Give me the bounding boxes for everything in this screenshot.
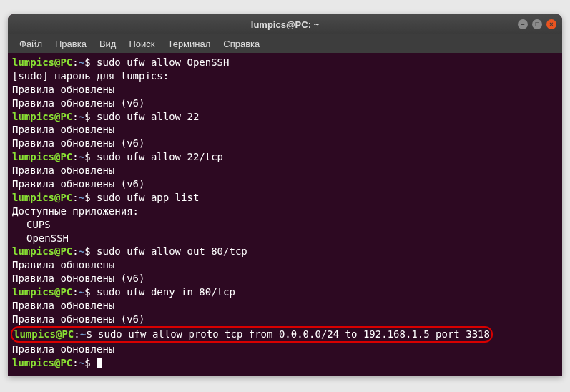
output-line: OpenSSH xyxy=(12,232,558,245)
prompt-user-host: lumpics@PC xyxy=(12,192,72,203)
prompt-path: ~ xyxy=(79,111,84,122)
output-line: Правила обновлены xyxy=(12,299,558,313)
prompt-line: lumpics@PC:~$ sudo ufw deny in 80/tcp xyxy=(12,285,558,299)
prompt-user-host: lumpics@PC xyxy=(12,111,72,122)
prompt-path: ~ xyxy=(79,151,84,162)
prompt-user-host: lumpics@PC xyxy=(12,151,72,162)
prompt-sigil: $ xyxy=(84,192,90,203)
highlight-box: lumpics@PC:~$ sudo ufw allow proto tcp f… xyxy=(11,326,493,343)
prompt-user-host: lumpics@PC xyxy=(12,245,72,257)
prompt-colon: : xyxy=(72,111,78,122)
minimize-button[interactable]: – xyxy=(518,19,528,29)
prompt-line: lumpics@PC:~$ sudo ufw allow OpenSSH xyxy=(12,56,558,69)
prompt-user-host: lumpics@PC xyxy=(14,328,74,340)
terminal-window: lumpics@PC: ~ – □ × Файл Правка Вид Поис… xyxy=(8,14,562,376)
prompt-sigil: $ xyxy=(86,328,92,340)
menu-help[interactable]: Справка xyxy=(217,36,265,52)
menu-file[interactable]: Файл xyxy=(14,36,48,52)
prompt-sigil: $ xyxy=(84,57,90,68)
prompt-colon: : xyxy=(72,192,78,203)
menu-view[interactable]: Вид xyxy=(94,36,122,52)
prompt-sigil: $ xyxy=(84,111,90,122)
prompt-user-host: lumpics@PC xyxy=(12,286,72,298)
close-button[interactable]: × xyxy=(546,19,556,29)
menu-edit[interactable]: Правка xyxy=(49,36,92,52)
window-controls: – □ × xyxy=(518,19,556,29)
output-line: Правила обновлены xyxy=(12,343,558,356)
prompt-line: lumpics@PC:~$ sudo ufw allow 22 xyxy=(12,110,558,124)
prompt-sigil: $ xyxy=(84,245,90,257)
prompt-path: ~ xyxy=(79,57,84,68)
prompt-user-host: lumpics@PC xyxy=(12,57,72,68)
prompt-path: ~ xyxy=(79,357,84,368)
prompt-line: lumpics@PC:~$ sudo ufw allow out 80/tcp xyxy=(12,245,558,258)
terminal-body[interactable]: lumpics@PC:~$ sudo ufw allow OpenSSH [su… xyxy=(8,53,562,376)
menu-terminal[interactable]: Терминал xyxy=(162,36,216,52)
command-text: sudo ufw allow proto tcp from 0.0.0.0/24… xyxy=(98,328,490,340)
prompt-colon: : xyxy=(72,357,78,368)
output-line: Правила обновлены (v6) xyxy=(12,97,558,110)
window-title: lumpics@PC: ~ xyxy=(251,19,319,30)
output-line: Правила обновлены xyxy=(12,123,558,137)
output-line: Правила обновлены (v6) xyxy=(12,313,558,326)
output-line: [sudo] пароль для lumpics: xyxy=(12,69,558,83)
menubar: Файл Правка Вид Поиск Терминал Справка xyxy=(8,34,562,53)
prompt-colon: : xyxy=(74,328,79,340)
output-line: Правила обновлены (v6) xyxy=(12,272,558,285)
prompt-colon: : xyxy=(72,286,78,298)
output-line: Правила обновлены xyxy=(12,164,558,177)
prompt-colon: : xyxy=(72,245,78,257)
command-text: sudo ufw allow OpenSSH xyxy=(97,57,229,68)
highlighted-prompt-line: lumpics@PC:~$ sudo ufw allow proto tcp f… xyxy=(12,326,558,343)
command-text: sudo ufw deny in 80/tcp xyxy=(97,286,235,298)
output-line: Правила обновлены xyxy=(12,258,558,272)
prompt-path: ~ xyxy=(79,245,84,257)
prompt-line: lumpics@PC:~$ xyxy=(12,356,558,370)
prompt-sigil: $ xyxy=(84,357,90,368)
command-text: sudo ufw app list xyxy=(97,192,199,203)
output-line: CUPS xyxy=(12,218,558,232)
prompt-user-host: lumpics@PC xyxy=(12,357,72,368)
command-text: sudo ufw allow 22/tcp xyxy=(97,151,223,162)
output-line: Доступные приложения: xyxy=(12,205,558,218)
titlebar: lumpics@PC: ~ – □ × xyxy=(8,14,562,34)
command-text: sudo ufw allow 22 xyxy=(97,111,199,122)
prompt-colon: : xyxy=(72,151,78,162)
prompt-path: ~ xyxy=(79,286,84,298)
cursor xyxy=(97,358,102,368)
prompt-sigil: $ xyxy=(84,286,90,298)
maximize-button[interactable]: □ xyxy=(532,19,542,29)
prompt-path: ~ xyxy=(79,192,84,203)
output-line: Правила обновлены xyxy=(12,83,558,97)
command-text: sudo ufw allow out 80/tcp xyxy=(97,245,247,257)
prompt-colon: : xyxy=(72,57,78,68)
prompt-line: lumpics@PC:~$ sudo ufw allow 22/tcp xyxy=(12,150,558,164)
prompt-line: lumpics@PC:~$ sudo ufw app list xyxy=(12,191,558,205)
menu-search[interactable]: Поиск xyxy=(123,36,160,52)
output-line: Правила обновлены (v6) xyxy=(12,137,558,150)
output-line: Правила обновлены (v6) xyxy=(12,177,558,191)
prompt-path: ~ xyxy=(80,328,86,340)
prompt-sigil: $ xyxy=(84,151,90,162)
